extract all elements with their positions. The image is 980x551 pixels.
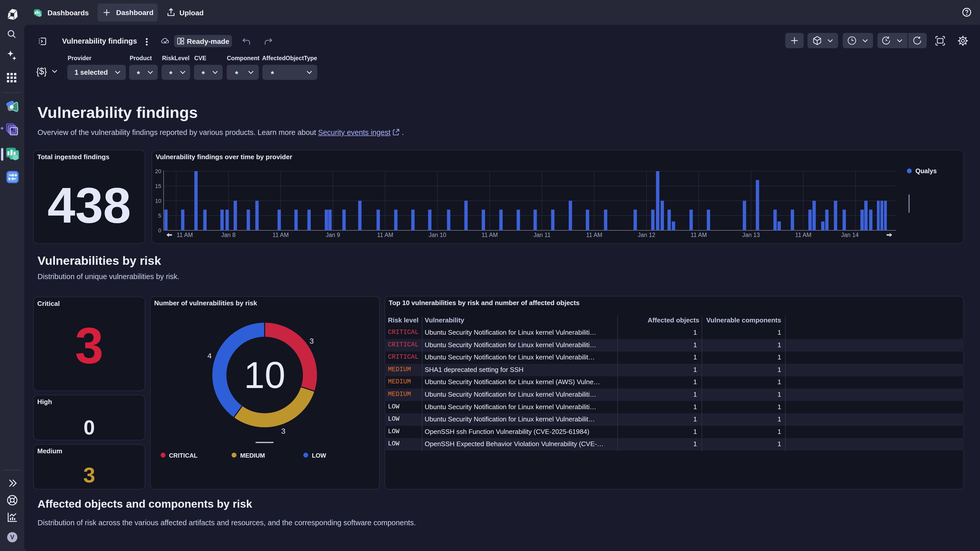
svg-text:LOW: LOW (312, 452, 326, 459)
svg-text:3: 3 (281, 427, 286, 435)
svg-text:3: 3 (310, 337, 314, 345)
svg-text:CRITICAL: CRITICAL (169, 452, 197, 459)
svg-text:MEDIUM: MEDIUM (240, 452, 265, 459)
svg-text:4: 4 (207, 351, 212, 360)
svg-text:10: 10 (244, 354, 285, 396)
